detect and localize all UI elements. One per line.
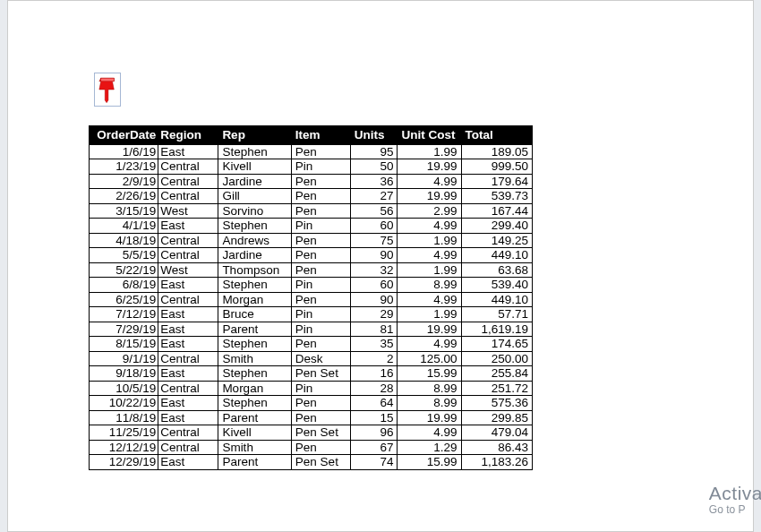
cell-orderdate: 12/12/19 xyxy=(90,440,158,455)
cell-orderdate: 7/12/19 xyxy=(90,307,158,322)
cell-orderdate: 1/6/19 xyxy=(90,144,158,159)
cell-rep: Gill xyxy=(218,189,291,204)
cell-unitcost: 19.99 xyxy=(398,410,461,425)
cell-orderdate: 5/5/19 xyxy=(90,248,158,263)
cell-rep: Stephen xyxy=(218,219,291,234)
document-page: OrderDate Region Rep Item Units Unit Cos… xyxy=(7,0,754,532)
table-row: 7/29/19EastParentPin8119.991,619.19 xyxy=(90,322,533,337)
cell-units: 95 xyxy=(350,144,398,159)
cell-unitcost: 125.00 xyxy=(398,351,461,366)
cell-region: East xyxy=(158,219,218,234)
cell-units: 64 xyxy=(350,396,398,411)
cell-total: 539.40 xyxy=(461,278,532,293)
table-row: 10/5/19CentralMorganPin288.99251.72 xyxy=(90,381,533,396)
cell-orderdate: 10/5/19 xyxy=(90,381,158,396)
table-row: 2/9/19CentralJardinePen364.99179.64 xyxy=(90,174,533,189)
cell-item: Pen Set xyxy=(291,425,350,441)
cell-region: East xyxy=(158,455,218,470)
table-row: 11/8/19EastParentPen1519.99299.85 xyxy=(90,410,533,425)
cell-total: 299.85 xyxy=(461,410,532,425)
cell-rep: Parent xyxy=(218,410,291,425)
cell-item: Pen xyxy=(291,396,350,411)
table-row: 9/1/19CentralSmithDesk2125.00250.00 xyxy=(90,351,533,366)
cell-units: 96 xyxy=(350,425,398,441)
table-body: 1/6/19EastStephenPen951.99189.051/23/19C… xyxy=(90,144,533,469)
cell-item: Pen xyxy=(291,189,350,204)
cell-orderdate: 5/22/19 xyxy=(90,262,158,278)
cell-total: 449.10 xyxy=(461,292,532,307)
cell-unitcost: 19.99 xyxy=(398,322,461,337)
cell-item: Pin xyxy=(291,278,350,293)
cell-units: 36 xyxy=(350,174,398,189)
cell-unitcost: 4.99 xyxy=(398,219,461,234)
header-orderdate: OrderDate xyxy=(90,126,158,145)
cell-region: Central xyxy=(158,233,218,248)
table-row: 6/8/19EastStephenPin608.99539.40 xyxy=(90,278,533,293)
cell-item: Pen xyxy=(291,248,350,263)
cell-region: Central xyxy=(158,381,218,396)
cell-unitcost: 4.99 xyxy=(398,174,461,189)
cell-region: West xyxy=(158,203,218,219)
cell-units: 35 xyxy=(350,337,398,352)
cell-orderdate: 6/25/19 xyxy=(90,292,158,307)
table-row: 11/25/19CentralKivellPen Set964.99479.04 xyxy=(90,425,533,441)
cell-region: Central xyxy=(158,425,218,441)
cell-region: Central xyxy=(158,351,218,366)
table-header: OrderDate Region Rep Item Units Unit Cos… xyxy=(90,126,533,145)
cell-total: 86.43 xyxy=(461,440,532,455)
cell-total: 167.44 xyxy=(461,203,532,219)
cell-unitcost: 1.99 xyxy=(398,144,461,159)
table-row: 1/23/19CentralKivellPin5019.99999.50 xyxy=(90,159,533,175)
cell-total: 1,183.26 xyxy=(461,455,532,470)
cell-rep: Stephen xyxy=(218,144,291,159)
cell-units: 81 xyxy=(350,322,398,337)
cell-total: 57.71 xyxy=(461,307,532,322)
cell-rep: Smith xyxy=(218,351,291,366)
cell-item: Pen xyxy=(291,337,350,352)
cell-item: Pen xyxy=(291,203,350,219)
cell-unitcost: 4.99 xyxy=(398,337,461,352)
cell-total: 250.00 xyxy=(461,351,532,366)
cell-orderdate: 11/25/19 xyxy=(90,425,158,441)
cell-orderdate: 2/26/19 xyxy=(90,189,158,204)
cell-rep: Stephen xyxy=(218,366,291,382)
table-row: 5/22/19WestThompsonPen321.9963.68 xyxy=(90,262,533,278)
cell-item: Pen xyxy=(291,144,350,159)
cell-region: East xyxy=(158,396,218,411)
cell-unitcost: 2.99 xyxy=(398,203,461,219)
cell-units: 67 xyxy=(350,440,398,455)
cell-units: 27 xyxy=(350,189,398,204)
cell-total: 999.50 xyxy=(461,159,532,175)
table-row: 1/6/19EastStephenPen951.99189.05 xyxy=(90,144,533,159)
cell-unitcost: 15.99 xyxy=(398,455,461,470)
cell-units: 32 xyxy=(350,262,398,278)
cell-item: Pen xyxy=(291,174,350,189)
cell-region: Central xyxy=(158,248,218,263)
header-total: Total xyxy=(461,126,532,145)
orders-table: OrderDate Region Rep Item Units Unit Cos… xyxy=(89,125,533,470)
header-item: Item xyxy=(291,126,350,145)
cell-item: Pin xyxy=(291,159,350,175)
cell-units: 2 xyxy=(350,351,398,366)
table-row: 12/12/19CentralSmithPen671.2986.43 xyxy=(90,440,533,455)
cell-units: 16 xyxy=(350,366,398,382)
header-units: Units xyxy=(350,126,398,145)
cell-unitcost: 1.29 xyxy=(398,440,461,455)
cell-units: 74 xyxy=(350,455,398,470)
cell-item: Pen xyxy=(291,440,350,455)
pushpin-object[interactable] xyxy=(94,73,121,107)
cell-region: East xyxy=(158,410,218,425)
table-row: 8/15/19EastStephenPen354.99174.65 xyxy=(90,337,533,352)
cell-orderdate: 9/1/19 xyxy=(90,351,158,366)
pushpin-icon xyxy=(98,76,117,103)
cell-total: 179.64 xyxy=(461,174,532,189)
cell-unitcost: 4.99 xyxy=(398,425,461,441)
cell-orderdate: 1/23/19 xyxy=(90,159,158,175)
cell-rep: Thompson xyxy=(218,262,291,278)
svg-rect-0 xyxy=(101,78,115,82)
cell-units: 90 xyxy=(350,248,398,263)
cell-rep: Stephen xyxy=(218,278,291,293)
header-region: Region xyxy=(158,126,218,145)
cell-total: 299.40 xyxy=(461,219,532,234)
cell-orderdate: 3/15/19 xyxy=(90,203,158,219)
